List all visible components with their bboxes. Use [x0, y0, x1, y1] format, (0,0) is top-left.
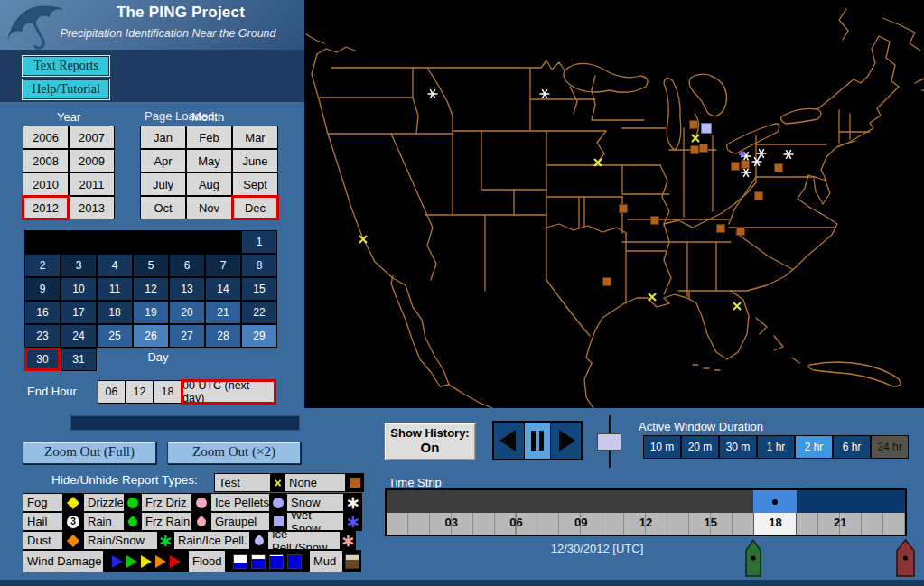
legend-icon-cell[interactable]: ∗ — [158, 531, 173, 550]
year-button-2007[interactable]: 2007 — [69, 126, 115, 149]
day-button-1[interactable]: 1 — [241, 230, 277, 254]
day-button-3[interactable]: 3 — [61, 254, 97, 277]
day-button-25[interactable]: 25 — [97, 324, 133, 348]
day-button-6[interactable]: 6 — [169, 254, 205, 277]
month-button-july[interactable]: July — [140, 172, 186, 196]
legend-icon-cell[interactable] — [125, 512, 141, 531]
legend-icon-cell[interactable] — [63, 493, 83, 512]
legend-icon-cell[interactable] — [250, 531, 267, 550]
day-button-20[interactable]: 20 — [169, 301, 205, 324]
legend-toggle-mud[interactable]: Mud — [309, 550, 343, 572]
future-segment[interactable] — [797, 490, 905, 513]
year-button-2013[interactable]: 2013 — [69, 196, 115, 219]
month-button-oct[interactable]: Oct — [140, 196, 186, 219]
day-button-24[interactable]: 24 — [61, 324, 97, 348]
slider-handle[interactable] — [597, 433, 621, 451]
month-button-sept[interactable]: Sept — [232, 172, 278, 196]
day-button-17[interactable]: 17 — [61, 301, 97, 324]
legend-icon-cell[interactable] — [346, 473, 364, 492]
day-button-16[interactable]: 16 — [24, 301, 61, 324]
legend-toggle-dust[interactable]: Dust — [23, 531, 63, 550]
month-button-feb[interactable]: Feb — [186, 126, 232, 149]
day-button-9[interactable]: 9 — [24, 277, 61, 301]
day-button-27[interactable]: 27 — [169, 324, 205, 348]
window-end-marker[interactable] — [896, 539, 915, 581]
time-strip-history-bar[interactable] — [387, 490, 905, 513]
day-button-29[interactable]: 29 — [241, 324, 277, 348]
precip-report-map[interactable] — [304, 0, 924, 408]
legend-toggle-fog[interactable]: Fog — [23, 493, 63, 512]
legend-toggle-frz-rain[interactable]: Frz Rain — [141, 512, 192, 531]
duration-button-20m[interactable]: 20 m — [681, 435, 719, 459]
day-button-31[interactable]: 31 — [61, 348, 97, 371]
legend-icon-cell[interactable] — [343, 550, 361, 572]
step-forward-button[interactable] — [554, 423, 581, 459]
legend-toggle-ice-pellets[interactable]: Ice Pellets — [210, 493, 270, 512]
history-segment[interactable] — [387, 490, 753, 513]
active-window-segment[interactable] — [753, 490, 797, 513]
month-button-jan[interactable]: Jan — [140, 126, 186, 149]
legend-toggle-hail[interactable]: Hail — [23, 512, 63, 531]
day-button-7[interactable]: 7 — [205, 254, 241, 277]
day-button-26[interactable]: 26 — [133, 324, 169, 348]
zoom-out-x2-button[interactable]: Zoom Out (×2) — [167, 442, 301, 464]
day-button-18[interactable]: 18 — [97, 301, 133, 324]
month-button-mar[interactable]: Mar — [232, 126, 278, 149]
year-button-2012[interactable]: 2012 — [23, 196, 69, 219]
day-button-22[interactable]: 22 — [241, 301, 277, 324]
legend-toggle-drizzle[interactable]: Drizzle — [83, 493, 125, 512]
month-button-aug[interactable]: Aug — [186, 172, 232, 196]
legend-icon-cell[interactable]: ∗ — [344, 493, 362, 512]
day-button-21[interactable]: 21 — [205, 301, 241, 324]
legend-toggle-rain[interactable]: Rain — [83, 512, 125, 531]
year-button-2011[interactable]: 2011 — [69, 172, 115, 196]
year-button-2008[interactable]: 2008 — [23, 149, 69, 172]
day-button-28[interactable]: 28 — [205, 324, 241, 348]
legend-icon-cell[interactable]: 3 — [63, 512, 83, 531]
text-reports-button[interactable]: Text Reports — [23, 56, 109, 76]
year-button-2006[interactable]: 2006 — [23, 126, 69, 149]
time-strip-hours[interactable]: 03060912151821 — [387, 513, 905, 535]
day-button-10[interactable]: 10 — [61, 277, 97, 301]
legend-toggle-graupel[interactable]: Graupel — [210, 512, 270, 531]
legend-toggle-rain-snow[interactable]: Rain/Snow — [83, 531, 158, 550]
legend-toggle-flood[interactable]: Flood — [188, 550, 226, 572]
legend-icon-cell[interactable] — [192, 493, 210, 512]
duration-button-24hr[interactable]: 24 hr — [871, 435, 909, 459]
pause-button[interactable] — [524, 423, 551, 459]
end-hour-button-12[interactable]: 12 — [126, 380, 154, 404]
month-button-may[interactable]: May — [186, 149, 232, 172]
end-hour-button-06[interactable]: 06 — [98, 380, 126, 404]
day-button-13[interactable]: 13 — [169, 277, 205, 301]
window-start-marker[interactable] — [745, 539, 761, 581]
legend-toggle-frz-driz[interactable]: Frz Driz — [141, 493, 192, 512]
day-button-14[interactable]: 14 — [205, 277, 241, 301]
legend-toggle-test[interactable]: Test — [214, 473, 271, 492]
legend-icon-cell[interactable] — [226, 550, 309, 572]
step-back-button[interactable] — [494, 423, 521, 459]
duration-button-1hr[interactable]: 1 hr — [757, 435, 795, 459]
zoom-out-full-button[interactable]: Zoom Out (Full) — [23, 442, 156, 464]
day-button-15[interactable]: 15 — [241, 277, 277, 301]
day-button-2[interactable]: 2 — [24, 254, 61, 277]
legend-toggle-ice-pell-snow[interactable]: Ice Pell./Snow — [267, 531, 341, 550]
end-hour-button-18[interactable]: 18 — [154, 380, 182, 404]
legend-icon-cell[interactable]: ∗ — [344, 512, 362, 531]
legend-toggle-rain-ice-pell-[interactable]: Rain/Ice Pell. — [173, 531, 250, 550]
end-hour-button-00utc[interactable]: 00 UTC (next day) — [182, 380, 275, 404]
year-button-2009[interactable]: 2009 — [69, 149, 115, 172]
duration-button-10m[interactable]: 10 m — [643, 435, 681, 459]
month-button-apr[interactable]: Apr — [140, 149, 186, 172]
legend-icon-cell[interactable] — [192, 512, 210, 531]
legend-icon-cell[interactable]: ∗ — [341, 531, 356, 550]
legend-icon-cell[interactable]: × — [271, 473, 285, 492]
help-tutorial-button[interactable]: Help/Tutorial — [23, 79, 109, 99]
day-button-30[interactable]: 30 — [24, 348, 61, 371]
duration-button-30m[interactable]: 30 m — [719, 435, 757, 459]
day-button-5[interactable]: 5 — [133, 254, 169, 277]
day-button-19[interactable]: 19 — [133, 301, 169, 324]
legend-icon-cell[interactable] — [104, 550, 188, 572]
legend-icon-cell[interactable] — [270, 493, 286, 512]
month-button-nov[interactable]: Nov — [186, 196, 232, 219]
legend-icon-cell[interactable] — [63, 531, 83, 550]
